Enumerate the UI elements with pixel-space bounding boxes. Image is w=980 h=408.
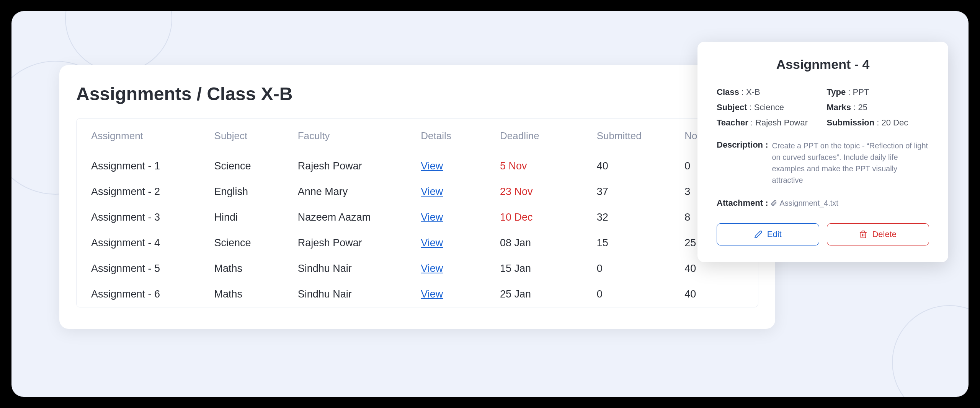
cell-faculty: Rajesh Powar [283, 153, 407, 179]
page-title: Assignments / Class X-B [76, 83, 758, 104]
view-link[interactable]: View [421, 263, 443, 274]
table-row: Assignment - 5 Maths Sindhu Nair View 15… [77, 256, 758, 281]
edit-button-label: Edit [767, 229, 782, 239]
detail-submission-value: 20 Dec [882, 118, 908, 127]
cell-details: View [406, 230, 485, 256]
delete-button[interactable]: Delete [827, 223, 929, 245]
cell-submitted: 37 [582, 179, 670, 205]
detail-grid: Class : X-B Type : PPT Subject : Science… [717, 87, 929, 128]
detail-subject-label: Subject [717, 102, 747, 112]
assignments-table-container: Assignment Subject Faculty Details Deadl… [76, 118, 758, 307]
detail-type: Type : PPT [827, 87, 929, 97]
attachment-row: Attachment : Assignment_4.txt [717, 198, 929, 208]
cell-deadline: 10 Dec [485, 205, 582, 230]
cell-submitted: 40 [582, 153, 670, 179]
edit-button[interactable]: Edit [717, 223, 819, 245]
description-row: Description : Create a PPT on the topic … [717, 140, 929, 186]
cell-faculty: Anne Mary [283, 179, 407, 205]
decorative-circle [892, 305, 969, 397]
cell-subject: Maths [200, 256, 283, 281]
cell-subject: Maths [200, 281, 283, 307]
view-link[interactable]: View [421, 211, 443, 223]
cell-subject: Hindi [200, 205, 283, 230]
assignments-table: Assignment Subject Faculty Details Deadl… [77, 119, 758, 307]
cell-details: View [406, 256, 485, 281]
viewport: Assignments / Class X-B Assignment Subje… [11, 11, 969, 397]
header-deadline: Deadline [485, 119, 582, 153]
cell-submitted: 0 [582, 281, 670, 307]
cell-subject: Science [200, 230, 283, 256]
detail-type-value: PPT [853, 87, 869, 97]
cell-deadline: 5 Nov [485, 153, 582, 179]
cell-submitted: 32 [582, 205, 670, 230]
cell-details: View [406, 179, 485, 205]
trash-icon [859, 230, 867, 239]
cell-deadline: 15 Jan [485, 256, 582, 281]
table-row: Assignment - 6 Maths Sindhu Nair View 25… [77, 281, 758, 307]
detail-marks: Marks : 25 [827, 102, 929, 112]
view-link[interactable]: View [421, 186, 443, 197]
detail-class-label: Class [717, 87, 739, 97]
cell-assignment: Assignment - 4 [77, 230, 200, 256]
cell-details: View [406, 205, 485, 230]
detail-subject: Subject : Science [717, 102, 819, 112]
detail-marks-label: Marks [827, 102, 851, 112]
cell-details: View [406, 153, 485, 179]
paperclip-icon [771, 200, 777, 206]
button-row: Edit Delete [717, 223, 929, 245]
cell-faculty: Sindhu Nair [283, 256, 407, 281]
detail-type-label: Type [827, 87, 846, 97]
cell-subject: Science [200, 153, 283, 179]
table-row: Assignment - 3 Hindi Nazeem Aazam View 1… [77, 205, 758, 230]
detail-submission-label: Submission [827, 118, 875, 127]
detail-class: Class : X-B [717, 87, 819, 97]
detail-submission: Submission : 20 Dec [827, 118, 929, 128]
pencil-icon [754, 230, 763, 239]
delete-button-label: Delete [872, 229, 897, 239]
cell-deadline: 25 Jan [485, 281, 582, 307]
cell-assignment: Assignment - 3 [77, 205, 200, 230]
view-link[interactable]: View [421, 237, 443, 249]
cell-assignment: Assignment - 5 [77, 256, 200, 281]
cell-subject: English [200, 179, 283, 205]
cell-deadline: 23 Nov [485, 179, 582, 205]
table-row: Assignment - 1 Science Rajesh Powar View… [77, 153, 758, 179]
detail-subject-value: Science [754, 102, 784, 112]
description-label: Description : [717, 140, 768, 186]
detail-teacher-value: Rajesh Powar [755, 118, 808, 127]
cell-assignment: Assignment - 1 [77, 153, 200, 179]
table-row: Assignment - 4 Science Rajesh Powar View… [77, 230, 758, 256]
attachment-label: Attachment : [717, 198, 768, 208]
detail-teacher-label: Teacher [717, 118, 748, 127]
cell-not-submitted: 40 [670, 281, 758, 307]
view-link[interactable]: View [421, 288, 443, 300]
detail-teacher: Teacher : Rajesh Powar [717, 118, 819, 128]
cell-submitted: 15 [582, 230, 670, 256]
header-details: Details [406, 119, 485, 153]
assignments-card: Assignments / Class X-B Assignment Subje… [59, 65, 775, 329]
detail-class-value: X-B [746, 87, 760, 97]
header-assignment: Assignment [77, 119, 200, 153]
description-text: Create a PPT on the topic - “Reflection … [772, 140, 929, 186]
detail-marks-value: 25 [858, 102, 867, 112]
header-faculty: Faculty [283, 119, 407, 153]
table-header-row: Assignment Subject Faculty Details Deadl… [77, 119, 758, 153]
cell-faculty: Sindhu Nair [283, 281, 407, 307]
header-submitted: Submitted [582, 119, 670, 153]
decorative-circle [65, 11, 172, 72]
attachment-file[interactable]: Assignment_4.txt [771, 199, 838, 208]
cell-details: View [406, 281, 485, 307]
cell-faculty: Rajesh Powar [283, 230, 407, 256]
detail-title: Assignment - 4 [717, 57, 929, 72]
header-subject: Subject [200, 119, 283, 153]
cell-assignment: Assignment - 6 [77, 281, 200, 307]
cell-faculty: Nazeem Aazam [283, 205, 407, 230]
attachment-filename: Assignment_4.txt [779, 199, 838, 208]
assignment-detail-card: Assignment - 4 Class : X-B Type : PPT Su… [697, 42, 948, 262]
table-row: Assignment - 2 English Anne Mary View 23… [77, 179, 758, 205]
view-link[interactable]: View [421, 160, 443, 172]
cell-assignment: Assignment - 2 [77, 179, 200, 205]
cell-deadline: 08 Jan [485, 230, 582, 256]
cell-submitted: 0 [582, 256, 670, 281]
